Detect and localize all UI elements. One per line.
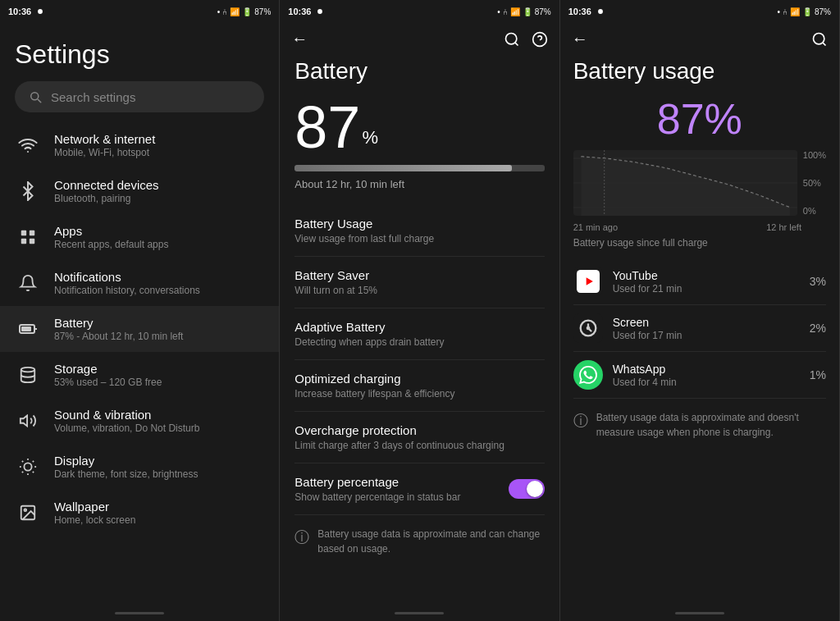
status-dot-icon-2 bbox=[314, 6, 326, 17]
apps-title: Apps bbox=[54, 224, 264, 238]
usage-item-youtube[interactable]: YouTube Used for 21 min 3% bbox=[573, 258, 826, 305]
svg-point-19 bbox=[24, 509, 26, 511]
screen-time: Used for 17 min bbox=[613, 330, 800, 341]
battery-bar-fill bbox=[294, 165, 512, 171]
svg-point-26 bbox=[813, 33, 824, 43]
help-icon[interactable] bbox=[532, 31, 548, 48]
bell-icon bbox=[15, 270, 41, 296]
status-bar-2: 10:36 • ⑃ 📶 🔋 87% bbox=[280, 0, 559, 23]
screen-pct: 2% bbox=[810, 322, 826, 335]
overcharge-protection-item[interactable]: Overcharge protection Limit charge after… bbox=[294, 412, 544, 463]
search-placeholder: Search settings bbox=[51, 90, 135, 104]
battery-percent-sign: % bbox=[362, 127, 378, 148]
battery-progress-bar bbox=[294, 165, 544, 171]
usage-item-screen[interactable]: Screen Used for 17 min 2% bbox=[573, 305, 826, 352]
back-button-2[interactable]: ← bbox=[291, 30, 308, 48]
battery-icon bbox=[15, 316, 41, 342]
sidebar-item-display[interactable]: Display Dark theme, font size, brightnes… bbox=[0, 444, 279, 490]
sound-title: Sound & vibration bbox=[54, 408, 264, 422]
svg-line-22 bbox=[515, 42, 518, 45]
notif-title: Notifications bbox=[54, 270, 264, 284]
sidebar-item-network[interactable]: Network & internet Mobile, Wi-Fi, hotspo… bbox=[0, 122, 279, 168]
sidebar-item-apps[interactable]: Apps Recent apps, default apps bbox=[0, 214, 279, 260]
toggle-knob bbox=[527, 481, 543, 497]
search-icon-2[interactable] bbox=[504, 31, 520, 48]
whatsapp-name: WhatsApp bbox=[613, 363, 800, 376]
overcharge-sub: Limit charge after 3 days of continuous … bbox=[294, 440, 544, 451]
apps-icon bbox=[15, 224, 41, 250]
svg-rect-6 bbox=[21, 326, 31, 331]
battery-line-chart bbox=[573, 150, 797, 216]
svg-point-0 bbox=[38, 9, 43, 14]
battery-percent-display: 87 % bbox=[294, 98, 544, 157]
battery-topbar: ← bbox=[280, 23, 559, 55]
battery-usage-item[interactable]: Battery Usage View usage from last full … bbox=[294, 205, 544, 257]
sound-sub: Volume, vibration, Do Not Disturb bbox=[54, 422, 264, 434]
search-bar[interactable]: Search settings bbox=[15, 81, 264, 112]
screen-icon bbox=[573, 313, 603, 343]
adaptive-battery-item[interactable]: Adaptive Battery Detecting when apps dra… bbox=[294, 308, 544, 360]
chart-labels-right: 100% 50% 0% bbox=[803, 150, 826, 216]
sidebar-item-battery[interactable]: Battery 87% - About 12 hr, 10 min left bbox=[0, 306, 279, 352]
optimized-charging-item[interactable]: Optimized charging Increase battery life… bbox=[294, 360, 544, 412]
search-icon-3[interactable] bbox=[811, 31, 828, 48]
battery-big-number: 87 bbox=[294, 98, 360, 157]
battery-saver-sub: Will turn on at 15% bbox=[294, 285, 544, 296]
battery-note-text: Battery usage data is approximate and ca… bbox=[317, 527, 544, 556]
storage-title: Storage bbox=[54, 362, 264, 376]
battery-page-title: Battery bbox=[294, 58, 544, 84]
youtube-time: Used for 21 min bbox=[613, 283, 800, 295]
status-bar-1: 10:36 • ⑃ 📶 🔋 87% bbox=[0, 0, 279, 23]
battery-sidebar-title: Battery bbox=[54, 316, 264, 330]
connected-sub: Bluetooth, pairing bbox=[54, 193, 264, 204]
svg-rect-3 bbox=[21, 239, 26, 244]
youtube-pct: 3% bbox=[810, 275, 826, 288]
youtube-name: YouTube bbox=[613, 269, 800, 282]
battery-percentage-item[interactable]: Battery percentage Show battery percenta… bbox=[294, 463, 544, 515]
battery-note: ⓘ Battery usage data is approximate and … bbox=[294, 515, 544, 568]
sidebar-item-notifications[interactable]: Notifications Notification history, conv… bbox=[0, 260, 279, 306]
battery-pct-sub: Show battery percentage in status bar bbox=[294, 491, 460, 503]
settings-list: Network & internet Mobile, Wi-Fi, hotspo… bbox=[0, 122, 279, 605]
settings-title: Settings bbox=[15, 39, 264, 70]
svg-line-16 bbox=[22, 472, 23, 473]
display-sub: Dark theme, font size, brightness bbox=[54, 468, 264, 480]
battery-percentage-toggle[interactable] bbox=[509, 479, 545, 499]
optimized-charging-title: Optimized charging bbox=[294, 372, 544, 386]
svg-point-20 bbox=[318, 9, 323, 14]
svg-rect-1 bbox=[21, 231, 26, 235]
network-title: Network & internet bbox=[54, 132, 264, 146]
settings-panel: 10:36 • ⑃ 📶 🔋 87% Settings Search settin… bbox=[0, 0, 280, 621]
battery-saver-item[interactable]: Battery Saver Will turn on at 15% bbox=[294, 257, 544, 308]
overcharge-title: Overcharge protection bbox=[294, 423, 544, 437]
status-dot-icon bbox=[34, 6, 46, 17]
status-dot-icon-3 bbox=[595, 6, 606, 17]
whatsapp-icon bbox=[573, 360, 603, 390]
svg-point-21 bbox=[505, 33, 516, 43]
optimized-charging-sub: Increase battery lifespan & efficiency bbox=[294, 388, 544, 400]
adaptive-battery-title: Adaptive Battery bbox=[294, 320, 544, 334]
battery-usage-topbar: ← bbox=[560, 23, 839, 55]
sidebar-item-storage[interactable]: Storage 53% used – 120 GB free bbox=[0, 352, 279, 398]
usage-item-whatsapp[interactable]: WhatsApp Used for 4 min 1% bbox=[573, 352, 826, 399]
sound-icon bbox=[15, 408, 41, 434]
svg-line-13 bbox=[33, 472, 34, 473]
status-time-1: 10:36 bbox=[8, 6, 46, 17]
battery-since-text: Battery usage since full charge bbox=[573, 237, 826, 249]
svg-line-17 bbox=[33, 461, 34, 462]
svg-marker-8 bbox=[21, 416, 27, 427]
connected-title: Connected devices bbox=[54, 178, 264, 192]
display-title: Display bbox=[54, 454, 264, 468]
svg-point-25 bbox=[598, 9, 603, 14]
back-button-3[interactable]: ← bbox=[572, 30, 588, 48]
sidebar-item-wallpaper[interactable]: Wallpaper Home, lock screen bbox=[0, 490, 279, 536]
scroll-indicator-1 bbox=[115, 612, 164, 614]
scroll-indicator-2 bbox=[395, 612, 444, 614]
svg-rect-4 bbox=[30, 239, 34, 244]
battery-saver-title: Battery Saver bbox=[294, 268, 544, 282]
battery-usage-sub: View usage from last full charge bbox=[294, 233, 544, 244]
settings-header: Settings Search settings bbox=[0, 23, 279, 122]
adaptive-battery-sub: Detecting when apps drain battery bbox=[294, 336, 544, 348]
sidebar-item-connected[interactable]: Connected devices Bluetooth, pairing bbox=[0, 168, 279, 214]
sidebar-item-sound[interactable]: Sound & vibration Volume, vibration, Do … bbox=[0, 398, 279, 444]
